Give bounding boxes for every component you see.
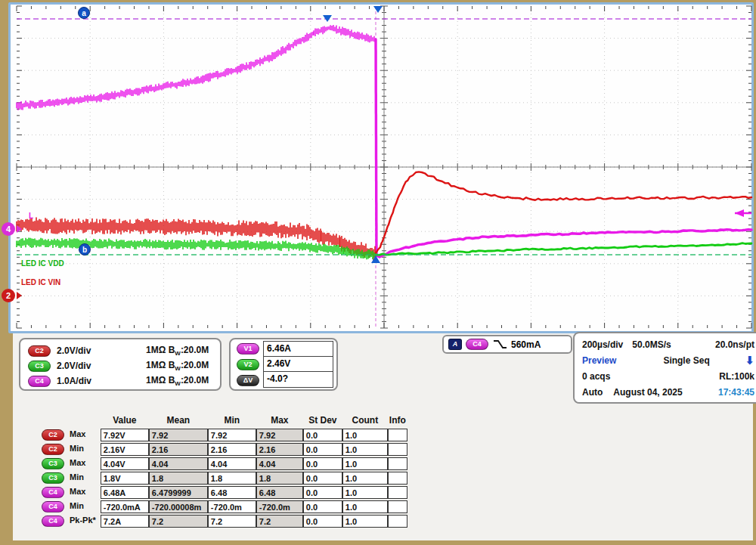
cell-stdev: 0.0	[303, 515, 342, 528]
trigger-level: 560mA	[511, 339, 541, 350]
cell-max: 7.2	[256, 515, 303, 528]
cell-value: -720.0mA	[101, 500, 149, 513]
cell-min: 4.04	[208, 457, 256, 470]
c4-impedance: 1MΩ BW:20.0M	[146, 375, 209, 387]
cell-mean: 7.92	[149, 429, 208, 441]
cell-value: 1.8V	[101, 472, 149, 485]
row-name: Max	[70, 458, 85, 467]
measurement-row: C4Min-720.0mA-720.00008m-720.0m-720.0m0.…	[42, 500, 407, 513]
cell-max: -720.0m	[256, 500, 303, 513]
acq-count: 0 acqs	[582, 371, 610, 382]
cell-mean: 7.2	[149, 515, 208, 528]
cell-value: 7.92V	[101, 429, 149, 441]
cell-info	[388, 443, 407, 456]
cell-stdev: 0.0	[303, 472, 342, 485]
col-info: Info	[388, 415, 407, 427]
channel-row-c4[interactable]: C4 1.0A/div 1MΩ BW:20.0M	[28, 373, 212, 389]
row-channel-badge[interactable]: C2	[42, 444, 64, 455]
c2-impedance: 1MΩ BW:20.0M	[146, 345, 209, 357]
cell-stdev: 0.0	[303, 429, 342, 441]
trigger-source-badge: C4	[466, 339, 488, 350]
row-channel-badge[interactable]: C2	[42, 429, 64, 441]
cell-min: 7.2	[208, 515, 256, 528]
row-channel-badge[interactable]: C3	[42, 472, 64, 484]
cell-stdev: 0.0	[303, 443, 342, 456]
cell-info	[388, 472, 407, 485]
col-max: Max	[256, 415, 303, 427]
col-stdev: St Dev	[303, 415, 342, 427]
horizontal-box[interactable]: 200µs/div 50.0MS/s 20.0ns/pt Preview Sin…	[573, 332, 756, 404]
cell-min: 7.92	[208, 429, 256, 441]
v2-badge: V2	[237, 359, 259, 370]
col-mean: Mean	[149, 415, 208, 427]
c3-badge[interactable]: C3	[28, 361, 51, 372]
row-channel-badge[interactable]: C4	[42, 487, 64, 498]
measurement-row: C4Pk-Pk*7.2A7.27.27.20.01.0	[42, 515, 407, 528]
bottom-panel: C2 2.0V/div 1MΩ BW:20.0M C3 2.0V/div 1MΩ…	[13, 333, 753, 540]
arrow-down-icon: ⬇	[745, 354, 754, 367]
cell-count: 1.0	[342, 429, 388, 441]
cell-mean: -720.00008m	[149, 500, 208, 513]
cell-info	[388, 486, 407, 499]
cell-info	[388, 429, 407, 441]
trigger-mode: Auto	[582, 387, 603, 398]
measurement-row: C3Min1.8V1.81.81.80.01.0	[42, 472, 407, 485]
preview-status: Preview	[582, 355, 616, 366]
c4-badge[interactable]: C4	[28, 376, 51, 387]
cursor-v2-value: 2.46V	[264, 357, 333, 372]
c2-scale: 2.0V/div	[57, 345, 125, 356]
cell-stdev: 0.0	[303, 486, 342, 499]
cursor-readout-box[interactable]: V1 V2 ΔV 6.46A 2.46V -4.0?	[229, 338, 338, 391]
col-value: Value	[101, 415, 149, 427]
measurement-row: C3Max4.04V4.044.044.040.01.0	[42, 457, 407, 470]
date: August 04, 2025	[613, 387, 682, 398]
measurement-row: C2Max7.92V7.927.927.920.01.0	[42, 429, 407, 441]
cell-min: 6.48	[208, 486, 256, 499]
col-min: Min	[208, 415, 256, 427]
cell-info	[388, 457, 407, 470]
cell-max: 4.04	[256, 457, 303, 470]
trigger-box[interactable]: A C4 560mA	[442, 335, 572, 354]
dv-badge: ΔV	[237, 375, 259, 386]
cell-count: 1.0	[342, 515, 388, 528]
c3-impedance: 1MΩ BW:20.0M	[146, 360, 209, 372]
cursor-v1-value: 6.46A	[264, 342, 333, 357]
falling-edge-icon	[492, 339, 507, 350]
row-channel-badge[interactable]: C4	[42, 501, 64, 512]
row-channel-badge[interactable]: C3	[42, 458, 64, 469]
channel-row-c2[interactable]: C2 2.0V/div 1MΩ BW:20.0M	[28, 343, 212, 358]
trigger-a-badge: A	[448, 339, 462, 350]
v1-badge: V1	[237, 343, 259, 355]
row-name: Min	[70, 472, 84, 482]
cell-max: 6.48	[256, 486, 303, 499]
cell-count: 1.0	[342, 486, 388, 499]
cell-count: 1.0	[342, 500, 388, 513]
channel-settings-box[interactable]: C2 2.0V/div 1MΩ BW:20.0M C3 2.0V/div 1MΩ…	[19, 338, 222, 391]
clock: 17:43:45	[718, 387, 754, 398]
cell-min: -720.0m	[208, 500, 256, 513]
row-name: Pk-Pk*	[70, 516, 96, 525]
row-channel-badge[interactable]: C4	[42, 516, 64, 527]
cell-min: 2.16	[208, 443, 256, 456]
cell-value: 4.04V	[101, 457, 149, 470]
measurement-table: Value Mean Min Max St Dev Count Info C2M…	[42, 413, 407, 529]
sample-rate: 50.0MS/s	[632, 339, 671, 350]
oscilloscope-app: ab42LLED IC VDDLED IC VIN C2 2.0V/div 1M…	[0, 0, 756, 545]
row-name: Max	[70, 487, 85, 496]
c2-badge[interactable]: C2	[28, 345, 51, 357]
cell-max: 2.16	[256, 443, 303, 456]
cell-count: 1.0	[342, 457, 388, 470]
cell-value: 6.48A	[101, 486, 149, 499]
cell-count: 1.0	[342, 443, 388, 456]
channel-row-c3[interactable]: C3 2.0V/div 1MΩ BW:20.0M	[28, 358, 212, 373]
measurement-row: C2Min2.16V2.162.162.160.01.0	[42, 443, 407, 456]
col-count: Count	[342, 415, 388, 427]
c3-scale: 2.0V/div	[57, 361, 125, 371]
cursor-dv-value: -4.0?	[264, 372, 333, 387]
row-name: Min	[70, 501, 84, 510]
record-length: RL:100k	[719, 371, 754, 382]
timebase: 200µs/div	[582, 339, 623, 350]
resolution: 20.0ns/pt	[715, 339, 754, 350]
cell-min: 1.8	[208, 472, 256, 485]
scope-display	[8, 2, 754, 333]
